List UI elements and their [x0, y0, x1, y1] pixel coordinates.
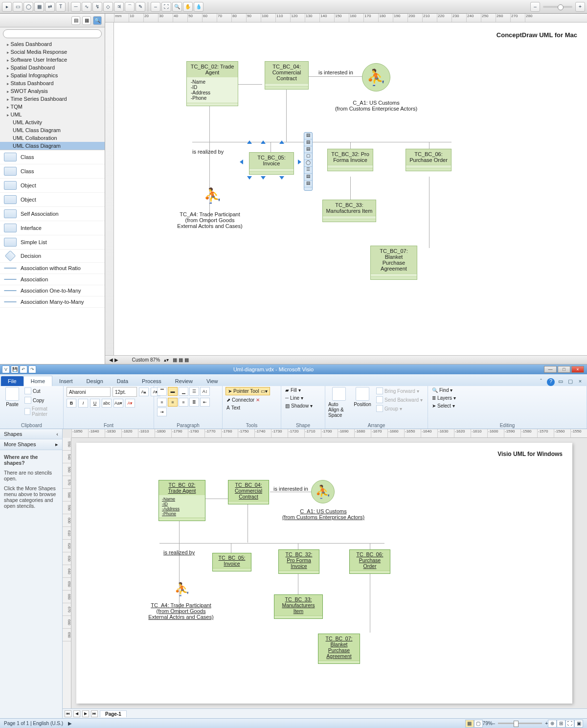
shape-tool-icon[interactable]: ◇	[103, 2, 113, 12]
tree-leaf-selected[interactable]: UML Class Diagram	[0, 142, 105, 150]
resize-handle-icon[interactable]	[279, 138, 284, 144]
arc-tool-icon[interactable]: ⌒	[125, 2, 135, 12]
font-color-button[interactable]: A▾	[125, 399, 135, 408]
resize-handle-icon[interactable]	[298, 159, 304, 164]
polyline-tool-icon[interactable]: ↯	[92, 2, 102, 12]
tree-item[interactable]: Software User Interface	[0, 56, 105, 64]
drawing-page[interactable]: Visio UML for Windows is realized by is …	[76, 443, 572, 704]
close-button[interactable]: ×	[571, 366, 584, 373]
uml-class-tc-bc-32[interactable]: TC_BC_32: Pro Forma Invoice	[278, 549, 319, 574]
undo-icon[interactable]: ↶	[20, 365, 27, 373]
layout-tool-icon[interactable]: ▦	[34, 2, 44, 12]
align-left-icon[interactable]: ≡	[157, 398, 167, 407]
tree-leaf[interactable]: UML Activity	[0, 118, 105, 126]
smart-action-panel[interactable]: ▤▤▤▢◯☰▤▤	[304, 132, 313, 191]
uml-class-tc-bc-07[interactable]: TC_BC_07: Blanket Purchase Agreement	[370, 246, 417, 280]
find-button[interactable]: 🔍Find ▾	[431, 387, 453, 393]
more-shapes-button[interactable]: More Shapes▸	[0, 439, 62, 450]
font-size-combo[interactable]: 12pt.	[113, 387, 137, 397]
bring-forward-button[interactable]: Bring Forward ▾	[375, 387, 424, 395]
window-restore-icon[interactable]: ▭	[557, 378, 564, 386]
uml-class-tc-bc-33[interactable]: TC_BC_33: Manufacturers Item	[322, 200, 376, 222]
tab-file[interactable]: File	[1, 376, 23, 386]
auto-align-button[interactable]: Auto Align & Space	[328, 387, 350, 418]
shape-item[interactable]: Class	[0, 164, 105, 179]
tab-data[interactable]: Data	[110, 376, 135, 386]
tree-item[interactable]: Time Series Dashboard	[0, 95, 105, 103]
align-right-icon[interactable]: ≡	[179, 398, 188, 407]
save-icon[interactable]: 💾	[11, 365, 19, 373]
actor-trade-participant[interactable]: ⛹	[174, 582, 190, 597]
indent-dec-icon[interactable]: ⇤	[200, 398, 210, 407]
shape-item[interactable]: Association without Ratio	[0, 263, 105, 274]
tab-nav-last-icon[interactable]: ⏭	[91, 710, 98, 717]
tree-item[interactable]: SWOT Analysis	[0, 87, 105, 95]
font-family-combo[interactable]: Aharoni	[67, 387, 111, 397]
resize-handle-icon[interactable]	[261, 138, 266, 144]
shape-item[interactable]: Association	[0, 274, 105, 285]
grow-font-icon[interactable]: A▴	[139, 387, 149, 396]
shape-item[interactable]: Object	[0, 179, 105, 193]
zoom-plus-icon[interactable]: +	[575, 2, 585, 12]
shape-item[interactable]: Association One-to-Many	[0, 285, 105, 296]
tab-design[interactable]: Design	[80, 376, 110, 386]
minimize-button[interactable]: —	[544, 366, 557, 373]
format-painter-button[interactable]: Format Painter	[23, 406, 60, 417]
indent-inc-icon[interactable]: ⇥	[157, 408, 167, 416]
text-dir-icon[interactable]: A↕	[200, 387, 210, 396]
tree-leaf[interactable]: UML Collaboration	[0, 134, 105, 142]
case-button[interactable]: Aa▾	[113, 399, 123, 408]
cut-button[interactable]: Cut	[23, 387, 60, 395]
tree-item[interactable]: Spatial Infographics	[0, 71, 105, 79]
view-full-icon[interactable]: ▢	[474, 720, 483, 728]
tree-leaf[interactable]: UML Class Diagram	[0, 126, 105, 134]
bold-button[interactable]: B	[67, 399, 76, 408]
justify-icon[interactable]: ≣	[189, 398, 199, 407]
zoom-slider[interactable]	[543, 6, 572, 8]
tab-home[interactable]: Home	[23, 376, 52, 386]
tree-item[interactable]: Status Dashboard	[0, 79, 105, 87]
switch-windows-icon[interactable]: ▣	[574, 720, 583, 728]
shadow-button[interactable]: ▧Shadow ▾	[284, 403, 314, 409]
resize-handle-icon[interactable]	[247, 138, 252, 144]
paste-button[interactable]: Paste	[3, 387, 22, 407]
actor-trade-participant[interactable]: ⛹	[203, 187, 222, 204]
zoom-fit-icon[interactable]: ⛶	[161, 2, 171, 12]
shape-item[interactable]: Class	[0, 150, 105, 164]
uml-class-tc-bc-02[interactable]: TC_BC_02: Trade Agent -Name -ID -Address…	[186, 61, 238, 106]
underline-button[interactable]: U	[90, 399, 100, 408]
zoom-tool-icon[interactable]: 🔍	[172, 2, 182, 12]
text-tool-icon[interactable]: T	[56, 2, 66, 12]
align-bottom-icon[interactable]: ▁	[179, 387, 188, 396]
help-icon[interactable]: ?	[547, 378, 555, 386]
fit-page-icon[interactable]: ⊕	[548, 720, 557, 728]
uml-class-tc-bc-02[interactable]: TC_BC_02: Trade Agent -Name-ID-Address-P…	[158, 480, 205, 521]
tree-item[interactable]: Social Media Response	[0, 48, 105, 56]
view-normal-icon[interactable]: ▦	[465, 720, 474, 728]
actor-us-customs[interactable]: ⛹	[362, 63, 390, 91]
library-search-input[interactable]	[3, 29, 102, 38]
resize-handle-icon[interactable]	[237, 159, 243, 164]
window-max-icon[interactable]: ▢	[566, 378, 574, 386]
shape-item[interactable]: Object	[0, 193, 105, 207]
tree-item[interactable]: UML	[0, 111, 105, 118]
tab-process[interactable]: Process	[135, 376, 168, 386]
pan-zoom-icon[interactable]: ⛶	[565, 720, 574, 728]
uml-class-tc-bc-06[interactable]: TC_BC_06: Purchase Order	[349, 549, 390, 574]
send-backward-button[interactable]: Send Backward ▾	[375, 396, 424, 404]
group-button[interactable]: Group ▾	[375, 405, 424, 412]
uml-class-tc-bc-05[interactable]: TC_BC_05: Invoice	[249, 152, 294, 175]
shapes-pane-header[interactable]: Shapes‹	[0, 429, 62, 439]
actor-us-customs[interactable]: ⛹	[311, 480, 335, 503]
line-tool-icon[interactable]: ─	[71, 2, 81, 12]
eyedropper-icon[interactable]: 💧	[194, 2, 203, 12]
curve-tool-icon[interactable]: ∿	[82, 2, 91, 12]
uml-class-tc-bc-06[interactable]: TC_BC_06: Purchase Order	[406, 149, 452, 171]
tree-item[interactable]: Spatial Dashboard	[0, 64, 105, 71]
tab-nav-next-icon[interactable]: ▶	[82, 710, 89, 717]
macro-recorder-icon[interactable]: ▶	[68, 721, 72, 726]
rect-tool-icon[interactable]: ▭	[13, 2, 23, 12]
tree-item[interactable]: Sales Dashboard	[0, 40, 105, 48]
window-close-icon[interactable]: ×	[576, 378, 584, 386]
shape-item[interactable]: Simple List	[0, 235, 105, 250]
